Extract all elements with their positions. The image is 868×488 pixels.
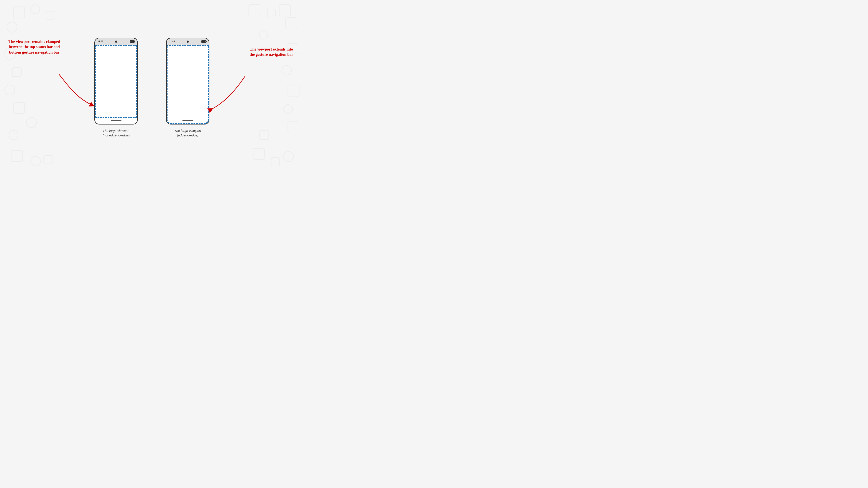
phone-e2e: 11:45 (166, 38, 209, 125)
camera-e2e (187, 40, 189, 43)
phone-e2e-section: 11:45 The large viewport (edge-to-edge) (166, 38, 209, 137)
home-indicator-not-e2e (111, 120, 122, 121)
nav-bar-e2e (167, 118, 209, 124)
status-bar-e2e: 11:45 (167, 38, 209, 45)
battery-e2e (202, 40, 206, 43)
status-bar-not-e2e: 11:45 (95, 38, 137, 45)
viewport-not-e2e (95, 45, 137, 118)
phone-not-e2e-section: 11:45 The large viewport (not edge-to-ed… (94, 38, 138, 137)
viewport-e2e (167, 45, 209, 124)
home-indicator-e2e (182, 120, 193, 121)
right-arrow (206, 74, 250, 115)
left-arrow (54, 72, 98, 110)
phones-container: 11:45 The large viewport (not edge-to-ed… (94, 33, 209, 137)
nav-bar-not-e2e (95, 118, 137, 124)
battery-not-e2e (130, 40, 134, 43)
status-time-not-e2e: 11:45 (98, 40, 103, 43)
status-time-e2e: 11:45 (169, 40, 175, 43)
phone-label-not-e2e: The large viewport (not edge-to-edge) (103, 128, 129, 137)
left-annotation-text: The viewport remains clamped between the… (8, 39, 60, 55)
right-annotation-text: The viewport extends into the gesture na… (248, 46, 295, 57)
camera-not-e2e (115, 40, 117, 43)
phone-label-e2e: The large viewport (edge-to-edge) (174, 128, 201, 137)
phone-not-e2e: 11:45 (94, 38, 138, 125)
page-container: The viewport remains clamped between the… (0, 0, 304, 171)
